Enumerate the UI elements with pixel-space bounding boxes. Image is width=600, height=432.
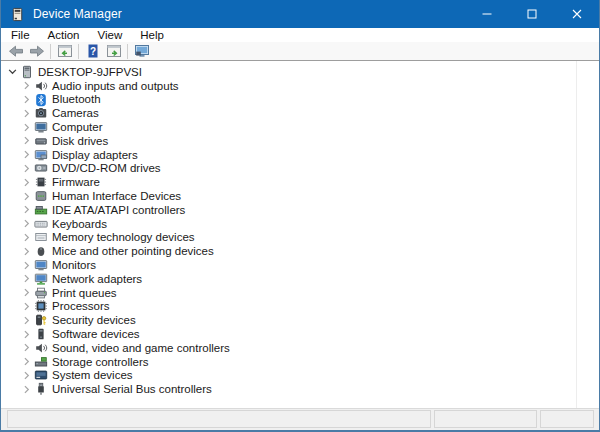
chevron-collapsed-icon[interactable] [20, 80, 32, 92]
menu-item-help[interactable]: Help [131, 28, 173, 42]
chevron-collapsed-icon[interactable] [20, 107, 32, 119]
chevron-collapsed-icon[interactable] [20, 328, 32, 340]
chevron-collapsed-icon[interactable] [20, 259, 32, 271]
device-manager-window: Device Manager FileActionViewHelp ? DESK… [0, 0, 600, 432]
printer-icon [34, 286, 48, 300]
tree-row[interactable]: Cameras [1, 106, 599, 120]
security-device-icon-holder [33, 313, 48, 327]
device-manager-app-icon [10, 7, 25, 22]
hid-icon-holder [33, 189, 48, 203]
chevron-collapsed-icon[interactable] [20, 162, 32, 174]
chevron-collapsed-icon[interactable] [20, 287, 32, 299]
computer-icon [34, 120, 48, 134]
tree-row[interactable]: System devices [1, 369, 599, 383]
keyboard-icon-holder [33, 217, 48, 231]
tree-row[interactable]: Sound, video and game controllers [1, 341, 599, 355]
tree-row[interactable]: IDE ATA/ATAPI controllers [1, 203, 599, 217]
tree-row[interactable]: Storage controllers [1, 355, 599, 369]
display-adapter-icon [34, 148, 48, 162]
tree-row[interactable]: Keyboards [1, 217, 599, 231]
chevron-collapsed-icon[interactable] [20, 369, 32, 381]
tree-row[interactable]: Human Interface Devices [1, 189, 599, 203]
tree-row[interactable]: Computer [1, 120, 599, 134]
tree-root-row[interactable]: DESKTOP-9JFPVSI [1, 65, 599, 79]
dvd-drive-icon [34, 161, 48, 175]
show-hide-console-tree-button[interactable] [54, 42, 75, 60]
menu-item-file[interactable]: File [2, 28, 39, 42]
security-device-icon [34, 313, 48, 327]
tree-item-label: Universal Serial Bus controllers [52, 383, 212, 395]
chevron-collapsed-icon[interactable] [20, 300, 32, 312]
memory-device-icon-holder [33, 230, 48, 244]
tree-row[interactable]: Disk drives [1, 134, 599, 148]
tree-row[interactable]: DVD/CD-ROM drives [1, 162, 599, 176]
chevron-collapsed-icon[interactable] [20, 93, 32, 105]
firmware-icon-holder [33, 175, 48, 189]
forward-button[interactable] [26, 42, 47, 60]
chevron-collapsed-icon[interactable] [20, 176, 32, 188]
chevron-expanded-icon[interactable] [6, 66, 18, 78]
maximize-button[interactable] [509, 0, 554, 28]
usb-controller-icon [34, 382, 48, 396]
menu-item-action[interactable]: Action [39, 28, 89, 42]
chevron-collapsed-icon[interactable] [20, 135, 32, 147]
chevron-collapsed-icon[interactable] [20, 383, 32, 395]
tree-row[interactable]: Mice and other pointing devices [1, 244, 599, 258]
software-device-icon [34, 327, 48, 341]
chevron-collapsed-icon[interactable] [20, 204, 32, 216]
chevron-collapsed-icon[interactable] [20, 245, 32, 257]
tree-row[interactable]: Universal Serial Bus controllers [1, 382, 599, 396]
storage-controller-icon [34, 355, 48, 369]
window-title: Device Manager [33, 7, 464, 21]
tree-item-label: Human Interface Devices [52, 190, 181, 202]
tree-row[interactable]: Audio inputs and outputs [1, 79, 599, 93]
tree-row[interactable]: Security devices [1, 313, 599, 327]
chevron-collapsed-icon[interactable] [20, 231, 32, 243]
properties-button[interactable] [103, 42, 124, 60]
tree-row[interactable]: Print queues [1, 286, 599, 300]
chevron-collapsed-icon[interactable] [20, 190, 32, 202]
menu-item-view[interactable]: View [89, 28, 132, 42]
tree-row[interactable]: Software devices [1, 327, 599, 341]
back-arrow-icon [8, 43, 24, 59]
toolbar: ? [1, 42, 599, 61]
tree-item-label: Monitors [52, 259, 96, 271]
chevron-collapsed-icon[interactable] [20, 149, 32, 161]
network-adapter-icon-holder [33, 272, 48, 286]
tree-row[interactable]: Monitors [1, 258, 599, 272]
tree-item-label: Disk drives [52, 135, 108, 147]
tree-item-label: System devices [52, 369, 133, 381]
keyboard-icon [34, 217, 48, 231]
close-button[interactable] [554, 0, 599, 28]
tree-item-label: Software devices [52, 328, 140, 340]
computer-root-icon-holder [19, 65, 34, 79]
tree-row[interactable]: Network adapters [1, 272, 599, 286]
processor-icon [34, 299, 48, 313]
chevron-collapsed-icon[interactable] [20, 314, 32, 326]
scan-for-hardware-changes-button[interactable] [131, 42, 152, 60]
toolbar-separator [50, 44, 51, 59]
properties-window-icon [106, 43, 122, 59]
camera-icon-holder [33, 106, 48, 120]
audio-inputs-icon [34, 79, 48, 93]
console-tree-window-icon [57, 43, 73, 59]
tree-row[interactable]: Memory technology devices [1, 231, 599, 245]
tree-row[interactable]: Firmware [1, 175, 599, 189]
status-section-3 [540, 410, 594, 428]
chevron-collapsed-icon[interactable] [20, 273, 32, 285]
computer-root-icon [20, 65, 34, 79]
help-button[interactable]: ? [82, 42, 103, 60]
bluetooth-icon-holder [33, 93, 48, 107]
tree-row[interactable]: Display adapters [1, 148, 599, 162]
title-bar[interactable]: Device Manager [1, 0, 599, 28]
back-button[interactable] [5, 42, 26, 60]
chevron-collapsed-icon[interactable] [20, 218, 32, 230]
tree-row[interactable]: Processors [1, 300, 599, 314]
tree-row[interactable]: Bluetooth [1, 93, 599, 107]
disk-drive-icon [34, 134, 48, 148]
minimize-button[interactable] [464, 0, 509, 28]
chevron-collapsed-icon[interactable] [20, 342, 32, 354]
tree-item-label: IDE ATA/ATAPI controllers [52, 204, 185, 216]
chevron-collapsed-icon[interactable] [20, 356, 32, 368]
chevron-collapsed-icon[interactable] [20, 121, 32, 133]
